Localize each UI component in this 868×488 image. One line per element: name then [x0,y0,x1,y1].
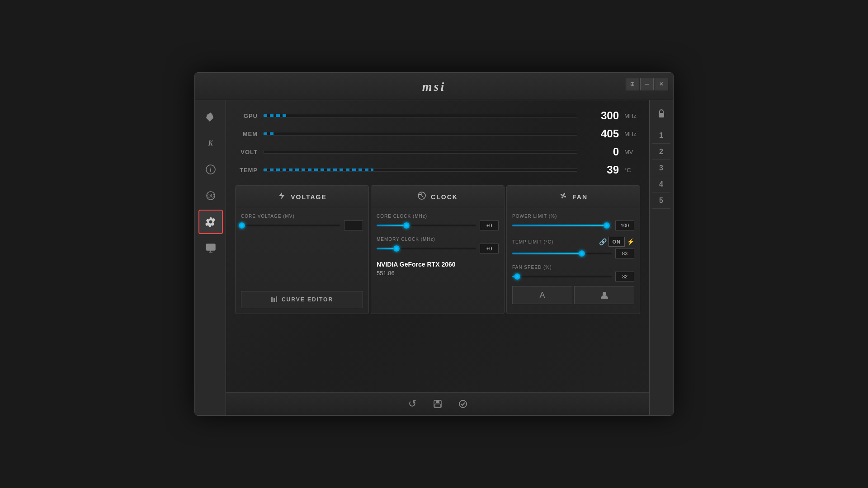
temp-limit-label: TEMP LIMIT (°C) [512,239,599,244]
fan-speed-section: FAN SPEED (%) 32 [512,265,634,282]
mem-value: 405 [583,127,619,140]
svg-rect-8 [271,297,273,302]
memory-clock-track[interactable] [377,248,476,249]
core-voltage-track[interactable] [241,225,340,226]
on-button[interactable]: ON [609,237,625,247]
memory-clock-label: MEMORY CLOCK (MHz) [377,237,499,242]
svg-point-17 [459,400,467,408]
fan-title: FAN [572,193,588,201]
voltage-panel-body: CORE VOLTAGE (MV) CURVE EDITOR [236,208,368,314]
core-clock-thumb [403,222,410,229]
curve-editor-button[interactable]: CURVE EDITOR [241,291,363,308]
fan-profile-buttons: A [512,286,634,304]
fan-user-button[interactable] [574,286,634,304]
clock-panel-header: CLOCK [371,186,504,208]
reset-button[interactable]: ↺ [404,396,420,412]
curve-editor-label: CURVE EDITOR [282,296,333,303]
core-clock-track[interactable] [377,225,476,226]
svg-text:OC: OC [207,193,214,198]
save-button[interactable] [429,396,446,412]
voltage-spacer [241,235,363,289]
action-bar: ↺ [226,392,649,415]
svg-rect-15 [436,400,439,403]
power-limit-track[interactable] [512,225,612,226]
profile-3[interactable]: 3 [652,160,670,176]
gpu-name: NVIDIA GeForce RTX 2060 [377,261,499,268]
svg-marker-7 [279,192,284,199]
temp-limit-thumb [579,250,585,257]
power-limit-slider-wrapper: 100 [512,221,634,230]
temp-limit-section: TEMP LIMIT (°C) 🔗 ON ⚡ [512,237,634,258]
gpu-slider-fill [264,114,288,117]
memory-clock-thumb [393,245,400,252]
profile-4[interactable]: 4 [652,176,670,192]
core-voltage-label: CORE VOLTAGE (MV) [241,214,363,219]
sidebar-item-monitor[interactable] [198,236,223,260]
close-button[interactable]: ✕ [655,78,668,90]
core-clock-label: CORE CLOCK (MHz) [377,214,499,219]
gpu-unit: MHz [624,113,640,119]
mem-unit: MHz [624,131,640,137]
volt-slider-track[interactable] [263,150,577,154]
fan-panel-header: FAN [507,186,640,208]
fan-auto-button[interactable]: A [512,286,572,304]
sidebar-item-info[interactable]: i [198,157,223,182]
fan-panel-body: POWER LIMIT (%) 100 TEMP LIMIT (°C) [507,208,640,310]
clock-panel: CLOCK CORE CLOCK (MHz) +0 [371,185,505,314]
fan-speed-track[interactable] [512,276,612,277]
volt-label: VOLT [235,149,258,155]
core-clock-section: CORE CLOCK (MHz) +0 [377,214,499,230]
voltage-title: VOLTAGE [291,193,327,201]
sidebar-item-oc[interactable]: OC [198,183,223,208]
svg-point-13 [603,292,606,296]
profile-2[interactable]: 2 [652,144,670,160]
fan-speed-slider-wrapper: 32 [512,272,634,282]
gpu-label: GPU [235,113,258,119]
gpu-value: 300 [583,109,619,122]
bolt-icon: ⚡ [627,238,634,245]
clock-title: CLOCK [431,193,458,201]
temp-slider-track[interactable] [263,168,577,172]
sidebar: K i OC [195,100,226,415]
profile-5[interactable]: 5 [652,192,670,209]
gpu-slider-track[interactable] [263,114,577,117]
svg-rect-16 [435,404,440,407]
temp-limit-value: 83 [615,249,634,258]
core-clock-value: +0 [480,221,499,230]
fan-speed-label: FAN SPEED (%) [512,265,634,270]
temp-label: TEMP [235,167,258,174]
core-voltage-slider-wrapper [241,221,363,230]
mem-slider-row: MEM 405 MHz [235,127,640,140]
temp-limit-track[interactable] [512,253,612,254]
svg-rect-10 [276,296,277,302]
mem-slider-track[interactable] [263,132,577,136]
driver-version: 551.86 [377,270,499,277]
apply-button[interactable] [455,396,471,412]
core-clock-fill [377,225,406,226]
memory-clock-value: +0 [480,244,499,253]
temp-value: 39 [583,164,619,176]
svg-rect-9 [274,298,275,302]
main-window: msi ⊞ ─ ✕ K i OC [194,72,674,416]
volt-value: 0 [583,145,619,158]
clock-panel-body: CORE CLOCK (MHz) +0 MEMORY CLOCK (MHz) [371,208,504,286]
minimize-button[interactable]: ─ [640,78,654,90]
right-sidebar: 1 2 3 4 5 [649,100,673,415]
fan-panel: FAN POWER LIMIT (%) 100 [506,185,640,314]
power-limit-fill [512,225,607,226]
link-icon: 🔗 [599,238,607,245]
memory-clock-slider-wrapper: +0 [377,244,499,253]
panels-row: VOLTAGE CORE VOLTAGE (MV) [235,185,640,314]
lock-button[interactable] [652,105,670,123]
clock-icon [417,191,426,202]
main-content: GPU 300 MHz MEM 405 MHz VOLT [226,100,649,415]
windows-button[interactable]: ⊞ [626,78,639,90]
profile-1[interactable]: 1 [652,127,670,144]
sidebar-item-kombustor[interactable]: K [198,131,223,155]
svg-text:i: i [210,166,212,173]
sidebar-item-settings[interactable] [198,210,223,234]
core-voltage-thumb [239,222,245,229]
sidebar-item-dragon[interactable] [198,105,223,129]
temp-slider-row: TEMP 39 °C [235,164,640,176]
memory-clock-section: MEMORY CLOCK (MHz) +0 [377,237,499,253]
